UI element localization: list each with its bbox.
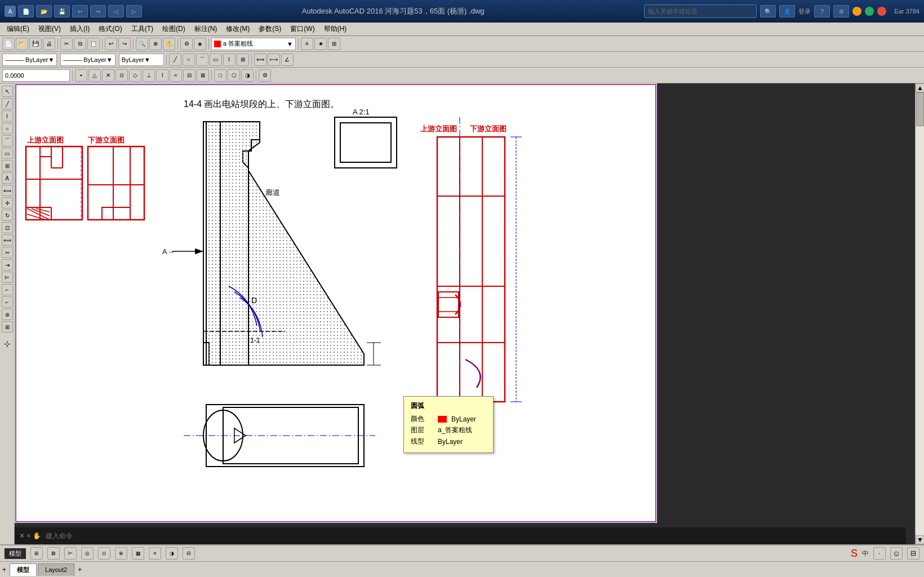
tb-snap-none[interactable]: ⊠: [197, 69, 209, 82]
tb-snap-tan[interactable]: ⌇: [156, 69, 168, 82]
tab-layout2[interactable]: Layout2: [38, 563, 74, 576]
search-bar[interactable]: 输入关键字或短语: [644, 5, 757, 18]
lt-extend[interactable]: ⇥: [2, 259, 13, 270]
tb-dim-aligned[interactable]: ⟼: [268, 54, 280, 66]
lt-array[interactable]: ⊞: [2, 321, 13, 332]
lt-select[interactable]: ↖: [2, 86, 13, 97]
lt-explode[interactable]: ⊛: [2, 309, 13, 320]
menu-window[interactable]: 窗口(W): [286, 23, 319, 35]
menu-help[interactable]: 帮助(H): [319, 23, 352, 35]
tb-draw-arc[interactable]: ⌒: [196, 54, 208, 66]
add-tab-button[interactable]: +: [2, 566, 6, 574]
lt-dim[interactable]: ⟺: [2, 185, 13, 196]
menu-format[interactable]: 格式(O): [94, 23, 126, 35]
tb-dim-angular[interactable]: ∠: [281, 54, 294, 66]
settings-icon[interactable]: ⚙: [833, 5, 849, 17]
nav-fwd[interactable]: ▷: [126, 5, 142, 17]
tb-pan[interactable]: ✋: [163, 38, 175, 50]
lineweight-dropdown[interactable]: ——— ByLayer ▼: [60, 54, 115, 66]
lt-offset[interactable]: ⊨: [2, 272, 13, 283]
tb-new[interactable]: 📄: [2, 38, 15, 50]
tb-redo[interactable]: ↪: [118, 38, 131, 50]
menu-dimension[interactable]: 标注(N): [190, 23, 222, 35]
lt-rotate[interactable]: ↻: [2, 210, 13, 221]
tb-cut[interactable]: ✂: [60, 38, 73, 50]
minimize-button[interactable]: [852, 7, 861, 16]
tb-snap-near[interactable]: ≈: [170, 69, 182, 82]
tb-layer-props[interactable]: ≡: [301, 38, 313, 50]
tb-layer-more[interactable]: ⊞: [328, 38, 340, 50]
menu-view[interactable]: 视图(V): [34, 23, 65, 35]
tb-match[interactable]: ◈: [194, 38, 206, 50]
lt-polyline[interactable]: ⌇: [2, 110, 13, 122]
polar-toggle[interactable]: ◎: [81, 547, 94, 560]
tb-view-2d[interactable]: □: [214, 69, 226, 82]
open-button[interactable]: 📂: [36, 5, 52, 17]
tb-properties[interactable]: ⚙: [180, 38, 193, 50]
tb-snap-end[interactable]: ▪: [75, 69, 87, 82]
lt-circle[interactable]: ○: [2, 123, 13, 134]
otrack-toggle[interactable]: ⊕: [115, 547, 127, 560]
maximize-button[interactable]: [865, 7, 874, 16]
tb-snap-center[interactable]: ⊙: [115, 69, 128, 82]
menu-draw[interactable]: 绘图(D): [158, 23, 190, 35]
tb-zoom-realtime[interactable]: 🔍: [136, 38, 148, 50]
selection-cycling[interactable]: ⊟: [183, 547, 195, 560]
status-icon2[interactable]: ☺: [890, 547, 903, 560]
scroll-thumb[interactable]: [916, 92, 924, 126]
lt-mirror[interactable]: ⟺: [2, 234, 13, 246]
color-dropdown[interactable]: ByLayer ▼: [119, 54, 164, 66]
linetype-dropdown[interactable]: ——— ByLayer ▼: [2, 54, 57, 66]
close-button[interactable]: [877, 7, 886, 16]
save-button[interactable]: 💾: [54, 5, 70, 17]
lt-text[interactable]: A: [2, 172, 13, 184]
tb-snap-all[interactable]: ⊟: [183, 69, 196, 82]
lt-rect[interactable]: ▭: [2, 148, 13, 159]
tb-zoom-window[interactable]: ⊕: [149, 38, 162, 50]
status-icon3[interactable]: ⊟: [907, 547, 919, 560]
status-icon1[interactable]: ·: [873, 547, 886, 560]
login-label[interactable]: 登录: [798, 7, 811, 16]
help-icon[interactable]: ?: [814, 5, 830, 17]
snap-toggle[interactable]: ⊠: [47, 547, 60, 560]
tb-snap-perp[interactable]: ⊥: [143, 69, 155, 82]
lt-fillet[interactable]: ⌐: [2, 284, 13, 295]
menu-param[interactable]: 参数(S): [254, 23, 286, 35]
lt-wcs[interactable]: ⊹: [2, 338, 13, 349]
lt-chamfer[interactable]: ⌐: [2, 296, 13, 308]
grid-toggle[interactable]: ⊞: [30, 547, 43, 560]
new-layout-button[interactable]: +: [78, 566, 82, 574]
lineweight-toggle[interactable]: ≡: [149, 547, 161, 560]
redo-button[interactable]: ↪: [90, 5, 106, 17]
menu-tools[interactable]: 工具(T): [127, 23, 158, 35]
ortho-toggle[interactable]: ⊢: [64, 547, 77, 560]
lt-arc[interactable]: ⌒: [2, 135, 13, 147]
tb-workspace[interactable]: ⚙: [259, 69, 271, 82]
account-icon[interactable]: 👤: [779, 5, 795, 17]
tb-undo[interactable]: ↩: [105, 38, 117, 50]
menu-edit[interactable]: 编辑(E): [2, 23, 34, 35]
undo-button[interactable]: ↩: [72, 5, 88, 17]
scroll-track[interactable]: [916, 92, 924, 535]
tb-open[interactable]: 📂: [16, 38, 28, 50]
nav-back[interactable]: ◁: [108, 5, 124, 17]
new-button[interactable]: 📄: [18, 5, 34, 17]
transparency-toggle[interactable]: ◑: [166, 547, 178, 560]
tb-print[interactable]: 🖨: [43, 38, 55, 50]
tb-view-3d[interactable]: ⬡: [228, 69, 240, 82]
tb-draw-polyline[interactable]: ⌇: [223, 54, 236, 66]
tb-draw-hatch[interactable]: ⊞: [237, 54, 249, 66]
lt-line[interactable]: ╱: [2, 98, 13, 109]
command-input[interactable]: [46, 532, 901, 540]
tb-draw-rect[interactable]: ▭: [210, 54, 222, 66]
tb-draw-circle[interactable]: ○: [183, 54, 195, 66]
scroll-down-button[interactable]: ▼: [916, 535, 924, 544]
lt-scale[interactable]: ⊡: [2, 222, 13, 233]
tb-dim-linear[interactable]: ⟺: [254, 54, 266, 66]
lt-move[interactable]: ✛: [2, 197, 13, 208]
tb-copy[interactable]: ⧉: [74, 38, 86, 50]
menu-insert[interactable]: 插入(I): [65, 23, 94, 35]
tab-model[interactable]: 模型: [10, 563, 37, 576]
tb-draw-line[interactable]: ╱: [169, 54, 181, 66]
dynamic-input-toggle[interactable]: ▦: [132, 547, 144, 560]
